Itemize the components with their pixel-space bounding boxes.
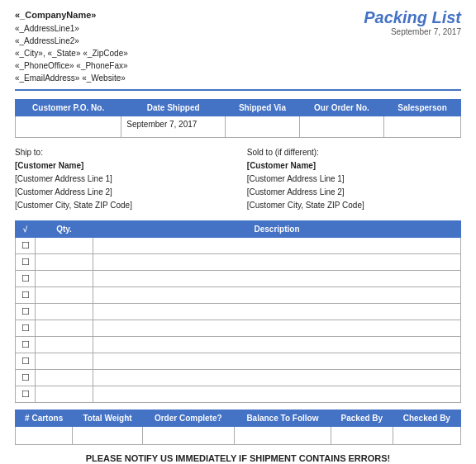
item-description-3[interactable] xyxy=(93,286,461,303)
item-checkbox-2[interactable]: ☐ xyxy=(16,270,36,286)
item-description-9[interactable] xyxy=(93,386,461,402)
order-cell-date[interactable]: September 7, 2017 xyxy=(121,116,226,137)
order-header-po: Customer P.O. No. xyxy=(16,99,121,116)
item-checkbox-6[interactable]: ☐ xyxy=(16,336,36,353)
order-cell-orderno[interactable] xyxy=(299,116,383,137)
totals-header-balance: Balance To Follow xyxy=(234,410,331,426)
ship-to-address1: [Customer Address Line 1] xyxy=(15,173,229,186)
table-row: ☐ xyxy=(16,270,461,286)
items-table: √ Qty. Description ☐☐☐☐☐☐☐☐☐☐ xyxy=(15,220,461,403)
item-qty-3[interactable] xyxy=(36,286,93,303)
company-email-website: «_EmailAddress» «_Website» xyxy=(15,72,128,84)
table-row: September 7, 2017 xyxy=(16,116,461,137)
totals-cell-packedby[interactable] xyxy=(331,426,393,444)
item-checkbox-5[interactable]: ☐ xyxy=(16,320,36,336)
company-address1: «_AddressLine1» xyxy=(15,22,128,35)
sold-to-customer-name: [Customer Name] xyxy=(247,159,461,173)
page-header: «_CompanyName» «_AddressLine1» «_Address… xyxy=(15,8,461,91)
sold-to-city-state-zip: [Customer City, State ZIP Code] xyxy=(247,199,461,212)
document-date: September 7, 2017 xyxy=(364,27,461,36)
totals-header-packedby: Packed By xyxy=(331,410,393,426)
totals-header-weight: Total Weight xyxy=(73,410,142,426)
item-qty-7[interactable] xyxy=(36,353,93,369)
sold-to-address2: [Customer Address Line 2] xyxy=(247,186,461,199)
order-header-salesperson: Salesperson xyxy=(384,99,461,116)
footer-notice: PLEASE NOTIFY US IMMEDIATELY IF SHIPMENT… xyxy=(15,453,461,465)
table-row: ☐ xyxy=(16,353,461,369)
company-phone-fax: «_PhoneOffice» «_PhoneFax» xyxy=(15,59,128,72)
item-checkbox-1[interactable]: ☐ xyxy=(16,253,36,270)
order-header-date: Date Shipped xyxy=(121,99,226,116)
ship-to-address2: [Customer Address Line 2] xyxy=(15,186,229,199)
item-checkbox-9[interactable]: ☐ xyxy=(16,386,36,402)
order-cell-po[interactable] xyxy=(16,116,121,137)
totals-cell-complete[interactable] xyxy=(142,426,234,444)
table-row: ☐ xyxy=(16,303,461,320)
ship-sold-section: Ship to: [Customer Name] [Customer Addre… xyxy=(15,146,461,212)
order-table: Customer P.O. No. Date Shipped Shipped V… xyxy=(15,99,461,138)
order-cell-salesperson[interactable] xyxy=(384,116,461,137)
ship-to-customer-name: [Customer Name] xyxy=(15,159,229,173)
totals-cell-weight[interactable] xyxy=(73,426,142,444)
sold-to-label: Sold to (if different): xyxy=(247,146,461,159)
totals-header-complete: Order Complete? xyxy=(142,410,234,426)
item-checkbox-0[interactable]: ☐ xyxy=(16,237,36,253)
company-name: «_CompanyName» xyxy=(15,8,128,22)
item-description-4[interactable] xyxy=(93,303,461,320)
item-checkbox-7[interactable]: ☐ xyxy=(16,353,36,369)
table-row: ☐ xyxy=(16,320,461,336)
item-qty-5[interactable] xyxy=(36,320,93,336)
document-title: Packing List xyxy=(364,8,461,27)
ship-to-block: Ship to: [Customer Name] [Customer Addre… xyxy=(15,146,229,212)
items-header-description: Description xyxy=(93,220,461,237)
item-description-8[interactable] xyxy=(93,369,461,386)
item-description-1[interactable] xyxy=(93,253,461,270)
item-description-6[interactable] xyxy=(93,336,461,353)
table-row: ☐ xyxy=(16,336,461,353)
totals-cell-cartons[interactable] xyxy=(16,426,73,444)
totals-table: # Cartons Total Weight Order Complete? B… xyxy=(15,410,461,445)
totals-cell-checkedby[interactable] xyxy=(393,426,460,444)
item-description-7[interactable] xyxy=(93,353,461,369)
item-description-5[interactable] xyxy=(93,320,461,336)
company-city-state-zip: «_City», «_State» «_ZipCode» xyxy=(15,47,128,59)
table-row: ☐ xyxy=(16,386,461,402)
sold-to-address1: [Customer Address Line 1] xyxy=(247,173,461,186)
item-qty-1[interactable] xyxy=(36,253,93,270)
totals-header-checkedby: Checked By xyxy=(393,410,460,426)
totals-header-cartons: # Cartons xyxy=(16,410,73,426)
item-qty-4[interactable] xyxy=(36,303,93,320)
company-info: «_CompanyName» «_AddressLine1» «_Address… xyxy=(15,8,128,84)
company-address2: «_AddressLine2» xyxy=(15,35,128,47)
items-header-qty: Qty. xyxy=(36,220,93,237)
item-description-0[interactable] xyxy=(93,237,461,253)
totals-cell-balance[interactable] xyxy=(234,426,331,444)
item-qty-0[interactable] xyxy=(36,237,93,253)
table-row: ☐ xyxy=(16,237,461,253)
table-row: ☐ xyxy=(16,369,461,386)
order-header-orderno: Our Order No. xyxy=(299,99,383,116)
item-qty-8[interactable] xyxy=(36,369,93,386)
order-header-via: Shipped Via xyxy=(226,99,300,116)
title-block: Packing List September 7, 2017 xyxy=(364,8,461,36)
item-qty-2[interactable] xyxy=(36,270,93,286)
order-cell-via[interactable] xyxy=(226,116,300,137)
ship-to-label: Ship to: xyxy=(15,146,229,159)
item-checkbox-4[interactable]: ☐ xyxy=(16,303,36,320)
item-checkbox-3[interactable]: ☐ xyxy=(16,286,36,303)
item-qty-6[interactable] xyxy=(36,336,93,353)
notice-text: PLEASE NOTIFY US IMMEDIATELY IF SHIPMENT… xyxy=(15,453,461,463)
sold-to-block: Sold to (if different): [Customer Name] … xyxy=(247,146,461,212)
table-row: ☐ xyxy=(16,286,461,303)
table-row: ☐ xyxy=(16,253,461,270)
item-checkbox-8[interactable]: ☐ xyxy=(16,369,36,386)
table-row xyxy=(16,426,461,444)
ship-to-city-state-zip: [Customer City, State ZIP Code] xyxy=(15,199,229,212)
items-header-v: √ xyxy=(16,220,36,237)
item-qty-9[interactable] xyxy=(36,386,93,402)
item-description-2[interactable] xyxy=(93,270,461,286)
